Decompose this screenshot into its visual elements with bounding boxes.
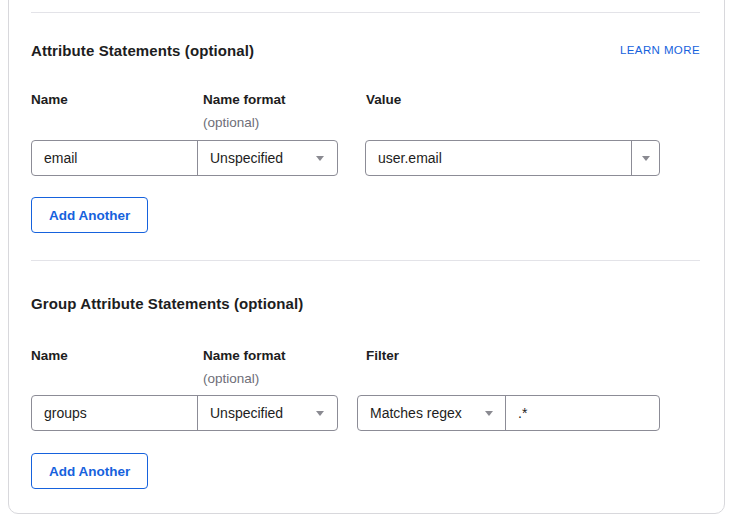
saml-settings-card: Attribute Statements (optional) LEARN MO…	[8, 0, 725, 514]
top-divider	[31, 12, 700, 13]
name-column-label: Name	[31, 349, 203, 363]
add-another-group-attribute-button[interactable]: Add Another	[31, 453, 148, 489]
value-column-label: Value	[366, 93, 700, 107]
name-format-optional-note: (optional)	[203, 372, 366, 386]
card-content: Attribute Statements (optional) LEARN MO…	[9, 12, 724, 489]
group-attribute-statements-section: Group Attribute Statements (optional) Na…	[31, 294, 700, 489]
name-format-column-label: Name format	[203, 93, 366, 107]
selected-option-label: Matches regex	[370, 405, 462, 421]
empty-cell	[366, 372, 700, 386]
attr-name-input[interactable]	[32, 141, 197, 175]
selected-option-label: Unspecified	[210, 405, 283, 421]
selected-option-label: Unspecified	[210, 150, 283, 166]
group-filter-value-input[interactable]	[505, 396, 658, 430]
group-filter-type-select[interactable]: Matches regex	[358, 396, 505, 430]
column-labels: Name Name format Filter (optional)	[31, 349, 700, 386]
attribute-statements-section: Attribute Statements (optional) LEARN MO…	[31, 41, 700, 233]
attr-value-dropdown-button[interactable]	[631, 141, 659, 175]
name-format-optional-note: (optional)	[203, 116, 366, 130]
caret-down-icon	[316, 156, 324, 161]
attr-name-and-format-group: Unspecified	[31, 140, 338, 176]
column-labels: Name Name format Value (optional)	[31, 93, 700, 130]
empty-cell	[366, 116, 700, 130]
section-divider	[31, 260, 700, 261]
attr-name-format-select[interactable]: Unspecified	[197, 141, 336, 175]
filter-column-label: Filter	[366, 349, 700, 363]
caret-down-icon	[316, 411, 324, 416]
group-filter-group: Matches regex	[357, 395, 660, 431]
name-format-column-label: Name format	[203, 349, 366, 363]
group-attribute-statements-title: Group Attribute Statements (optional)	[31, 295, 303, 312]
empty-cell	[31, 372, 203, 386]
section-header: Group Attribute Statements (optional)	[31, 294, 700, 312]
group-name-and-format-group: Unspecified	[31, 395, 338, 431]
group-name-format-select[interactable]: Unspecified	[197, 396, 336, 430]
learn-more-link[interactable]: LEARN MORE	[620, 44, 700, 56]
attribute-statements-title: Attribute Statements (optional)	[31, 42, 254, 59]
attr-value-group	[365, 140, 660, 176]
name-column-label: Name	[31, 93, 203, 107]
empty-cell	[31, 116, 203, 130]
add-another-attribute-button[interactable]: Add Another	[31, 197, 148, 233]
attribute-row: Unspecified	[31, 140, 700, 176]
group-attribute-row: Unspecified Matches regex	[31, 395, 700, 431]
section-header: Attribute Statements (optional) LEARN MO…	[31, 41, 700, 59]
attr-value-input[interactable]	[366, 141, 631, 175]
caret-down-icon	[642, 156, 650, 161]
group-name-input[interactable]	[32, 396, 197, 430]
caret-down-icon	[485, 411, 493, 416]
